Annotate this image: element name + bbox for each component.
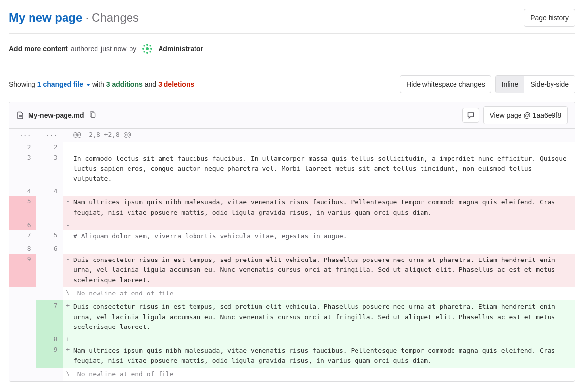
diff-line: 9-Duis consectetur risus in est tempus, … [9,254,575,287]
commit-title: Add more content [9,45,68,53]
diff-content: No newline at end of file [73,368,575,381]
diff-sign [63,243,73,254]
stats-deletions: 3 deletions [158,80,194,88]
svg-point-7 [144,51,145,52]
new-line-number[interactable]: 3 [36,152,63,186]
svg-point-0 [146,47,149,50]
page-header: My new page · Changes Page history [9,9,575,27]
view-page-button[interactable]: View page @ 1aa6e9f8 [483,106,568,124]
new-line-number [36,287,63,300]
changed-files-dropdown[interactable]: 1 changed file [37,80,90,88]
diff-content [73,142,575,152]
new-line-number[interactable]: 8 [36,334,63,344]
diff-line: \ No newline at end of file [9,368,575,381]
new-line-number[interactable]: 6 [36,243,63,254]
file-name[interactable]: My-new-page.md [28,111,84,119]
page-history-button[interactable]: Page history [524,9,575,27]
diff-line: 44 [9,186,575,196]
diff-sign: \ [63,287,73,300]
new-line-number[interactable]: 5 [36,230,63,243]
commit-author[interactable]: Administrator [158,45,203,53]
diff-line: 9+Nam ultrices ipsum quis nibh malesuada… [9,344,575,368]
old-line-number[interactable]: 5 [9,196,36,220]
diff-sign [63,152,73,186]
new-line-number [36,254,63,287]
stats-showing: Showing [9,80,35,88]
diff-content: In commodo lectus sit amet faucibus fauc… [73,152,575,186]
svg-rect-10 [91,113,95,117]
diff-line: ......@@ -2,8 +2,8 @@ [9,129,575,142]
commit-by-label: by [129,45,136,53]
diff-line: 22 [9,142,575,152]
copy-path-button[interactable] [88,111,96,120]
toggle-comments-button[interactable] [462,108,479,123]
diff-sign [63,142,73,152]
diff-content: Duis consectetur risus in est tempus, se… [73,254,575,287]
old-line-number[interactable]: 4 [9,186,36,196]
new-line-number[interactable]: 7 [36,300,63,334]
stats-with: with [92,80,104,88]
diff-controls: Hide whitespace changes Inline Side-by-s… [400,75,575,93]
diff-line: \ No newline at end of file [9,287,575,300]
old-line-number[interactable]: 2 [9,142,36,152]
diff-stats-row: Showing 1 changed file with 3 additions … [9,75,575,93]
title-section: Changes [92,11,139,25]
old-line-number[interactable]: 8 [9,243,36,254]
diff-line: 86 [9,243,575,254]
diff-sign: + [63,300,73,334]
new-line-number[interactable]: 9 [36,344,63,368]
old-line-number[interactable]: 7 [9,230,36,243]
new-line-number[interactable]: ... [36,129,63,142]
old-line-number [9,300,36,334]
inline-view-button[interactable]: Inline [496,76,524,93]
commit-timeago: just now [101,45,126,53]
diff-sign [63,129,73,142]
sidebyside-view-button[interactable]: Side-by-side [524,76,575,93]
old-line-number[interactable]: 3 [9,152,36,186]
diff-file: My-new-page.md View page @ 1aa6e9f8 ....… [9,102,575,382]
old-line-number [9,334,36,344]
title-block: My new page · Changes [9,11,139,25]
diff-sign [63,230,73,243]
diff-content [73,186,575,196]
diff-content: Nam ultrices ipsum quis nibh malesuada, … [73,344,575,368]
author-avatar[interactable] [140,42,154,56]
old-line-number [9,344,36,368]
diff-line: 7+Duis consectetur risus in est tempus, … [9,300,575,334]
diff-sign: - [63,220,73,230]
file-header: My-new-page.md View page @ 1aa6e9f8 [9,102,575,129]
diff-sign: - [63,196,73,220]
comment-icon [467,111,475,119]
stats-additions: 3 additions [106,80,143,88]
new-line-number [36,196,63,220]
diff-stats: Showing 1 changed file with 3 additions … [9,80,194,88]
diff-line: 33 In commodo lectus sit amet faucibus f… [9,152,575,186]
diff-content: @@ -2,8 +2,8 @@ [73,129,575,142]
file-icon [16,111,24,119]
new-line-number[interactable]: 2 [36,142,63,152]
diff-line: 5-Nam ultrices ipsum quis nibh malesuada… [9,196,575,220]
old-line-number[interactable]: ... [9,129,36,142]
svg-point-3 [142,48,144,50]
diff-content: Duis consectetur risus in est tempus, se… [73,300,575,334]
diff-content: # Aliquam dolor sem, viverra lobortis ve… [73,230,575,243]
diff-sign: + [63,344,73,368]
diff-sign: + [63,334,73,344]
page-title-link[interactable]: My new page [9,11,82,25]
diff-line: 75 # Aliquam dolor sem, viverra lobortis… [9,230,575,243]
diff-table: ......@@ -2,8 +2,8 @@22 33 In commodo le… [9,129,575,381]
old-line-number[interactable]: 9 [9,254,36,287]
new-line-number[interactable]: 4 [36,186,63,196]
header-divider [9,33,575,34]
old-line-number[interactable]: 6 [9,220,36,230]
commit-info: Add more content authored just now by Ad… [9,42,575,56]
old-line-number [9,368,36,381]
hide-whitespace-button[interactable]: Hide whitespace changes [400,75,491,93]
diff-content: Nam ultrices ipsum quis nibh malesuada, … [73,196,575,220]
svg-point-4 [150,48,152,50]
diff-content [73,334,575,344]
commit-authored-label: authored [71,45,98,53]
diff-line: 6- [9,220,575,230]
diff-view-toggle: Inline Side-by-side [495,75,575,93]
diff-content: No newline at end of file [73,287,575,300]
